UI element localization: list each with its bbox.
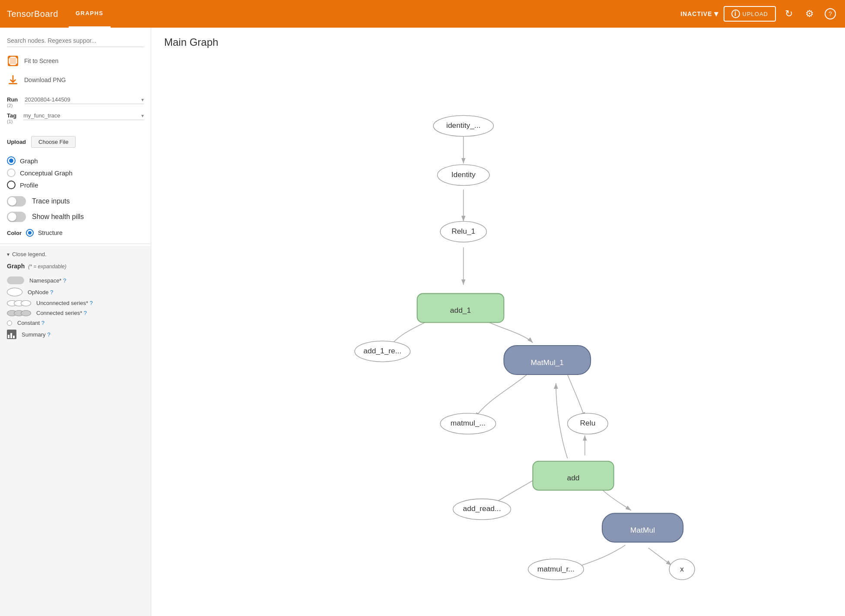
run-count: (2) bbox=[7, 103, 18, 108]
matmul-ellipse-label: matmul_... bbox=[451, 419, 486, 427]
summary-bar-2 bbox=[10, 333, 12, 338]
add1re-label: add_1_re... bbox=[363, 346, 401, 355]
radio-profile[interactable]: Profile bbox=[7, 181, 144, 189]
edge-add-to-matmul1 bbox=[556, 383, 568, 458]
connected-help-link[interactable]: ? bbox=[84, 310, 87, 316]
help-icon: ? bbox=[825, 8, 836, 19]
tag-select[interactable]: my_func_trace bbox=[23, 112, 141, 119]
choose-file-button[interactable]: Choose File bbox=[31, 136, 76, 148]
run-select-wrapper: 20200804-144509 ▾ bbox=[25, 95, 144, 104]
radio-graph-inner bbox=[9, 159, 13, 163]
run-row: Run (2) 20200804-144509 ▾ bbox=[7, 95, 144, 108]
settings-icon: ⚙ bbox=[805, 8, 814, 19]
add1-label: add_1 bbox=[450, 306, 471, 314]
trace-inputs-knob bbox=[8, 197, 16, 206]
upload-section: Upload Choose File bbox=[0, 133, 151, 153]
radio-graph[interactable]: Graph bbox=[7, 156, 144, 165]
legend-close-label: Close legend. bbox=[12, 251, 47, 257]
run-selector[interactable]: INACTIVE ▾ bbox=[680, 9, 718, 19]
header-right: INACTIVE ▾ i UPLOAD ↻ ⚙ ? bbox=[680, 6, 838, 22]
add-label: add bbox=[567, 473, 579, 482]
tag-select-wrapper: my_func_trace ▾ bbox=[23, 111, 144, 120]
edge-matmul-to-x bbox=[648, 548, 672, 565]
run-dropdown-arrow-icon: ▾ bbox=[141, 97, 144, 103]
graph-canvas[interactable]: identity_... Identity Relu_1 add_1 add_1… bbox=[151, 58, 845, 616]
help-button[interactable]: ? bbox=[823, 6, 838, 22]
show-health-pills-label: Show health pills bbox=[32, 213, 84, 221]
run-label-wrapper: Run (2) bbox=[7, 96, 18, 108]
color-section-label: Color bbox=[7, 230, 22, 236]
radio-graph-circle bbox=[7, 156, 16, 165]
opnode-help-link[interactable]: ? bbox=[50, 289, 53, 295]
graph-type-radio-group: Graph Conceptual Graph Profile bbox=[0, 153, 151, 193]
main-layout: Fit to Screen Download PNG Run (2) bbox=[0, 28, 845, 616]
addread-label: add_read... bbox=[463, 504, 501, 513]
connected-ell-3 bbox=[21, 310, 31, 316]
tag-count: (1) bbox=[7, 119, 16, 124]
summary-bar-3 bbox=[13, 336, 15, 338]
legend-items: Namespace* ? OpNode ? bbox=[7, 276, 144, 339]
legend-item-opnode: OpNode ? bbox=[7, 288, 144, 296]
relu1-label: Relu_1 bbox=[451, 227, 475, 235]
legend-item-connected: Connected series* ? bbox=[7, 310, 144, 316]
legend-title-row: Graph (* = expandable) bbox=[7, 263, 144, 273]
connected-shape-icon bbox=[7, 310, 31, 316]
search-input[interactable] bbox=[7, 35, 144, 47]
legend-item-unconnected: Unconnected series* ? bbox=[7, 300, 144, 306]
legend-namespace-label: Namespace* ? bbox=[29, 277, 66, 284]
sidebar-search-section bbox=[0, 28, 151, 47]
tag-dropdown-arrow-icon: ▾ bbox=[141, 113, 144, 119]
download-png-action[interactable]: Download PNG bbox=[7, 71, 144, 89]
fit-to-screen-action[interactable]: Fit to Screen bbox=[7, 52, 144, 70]
tag-label-wrapper: Tag (1) bbox=[7, 112, 16, 124]
radio-conceptual-circle bbox=[7, 168, 16, 177]
run-value: INACTIVE bbox=[680, 10, 712, 17]
download-png-label: Download PNG bbox=[24, 76, 66, 83]
upload-button[interactable]: i UPLOAD bbox=[724, 6, 776, 22]
tag-row: Tag (1) my_func_trace ▾ bbox=[7, 111, 144, 124]
legend-constant-label: Constant ? bbox=[17, 320, 44, 326]
app-logo: TensorBoard bbox=[7, 9, 58, 19]
color-radio-circle[interactable] bbox=[26, 229, 34, 237]
radio-graph-label: Graph bbox=[20, 157, 38, 165]
trace-inputs-toggle[interactable] bbox=[7, 196, 26, 206]
graph-title: Main Graph bbox=[151, 28, 845, 53]
run-select[interactable]: 20200804-144509 bbox=[25, 96, 141, 103]
toggle-section: Trace inputs Show health pills bbox=[0, 193, 151, 225]
edge-matmul1-to-relu bbox=[568, 375, 585, 418]
show-health-pills-toggle[interactable] bbox=[7, 212, 26, 222]
summary-help-link[interactable]: ? bbox=[47, 331, 50, 338]
svg-rect-1 bbox=[10, 57, 16, 64]
matmul-label: MatMul bbox=[630, 526, 655, 534]
legend-summary-label: Summary ? bbox=[22, 331, 50, 338]
legend-item-summary: Summary ? bbox=[7, 330, 144, 339]
unconnected-help-link[interactable]: ? bbox=[90, 300, 93, 306]
namespace-help-link[interactable]: ? bbox=[63, 277, 66, 284]
upload-info-icon: i bbox=[731, 10, 740, 18]
x-label: x bbox=[680, 565, 684, 573]
summary-bar-1 bbox=[8, 335, 10, 338]
legend-toggle[interactable]: ▾ Close legend. bbox=[7, 251, 144, 257]
legend-opnode-label: OpNode ? bbox=[28, 289, 53, 295]
settings-button[interactable]: ⚙ bbox=[802, 6, 817, 22]
constant-shape-icon bbox=[7, 321, 12, 326]
constant-help-link[interactable]: ? bbox=[41, 320, 44, 326]
run-tag-section: Run (2) 20200804-144509 ▾ Tag (1) m bbox=[0, 94, 151, 133]
opnode-shape-icon bbox=[7, 288, 22, 296]
legend-item-constant: Constant ? bbox=[7, 320, 144, 326]
refresh-button[interactable]: ↻ bbox=[781, 6, 797, 22]
legend-expandable-note: (* = expandable) bbox=[28, 264, 66, 270]
legend-item-namespace: Namespace* ? bbox=[7, 276, 144, 284]
fit-to-screen-icon bbox=[7, 55, 19, 67]
radio-profile-circle bbox=[7, 181, 16, 189]
radio-profile-label: Profile bbox=[20, 181, 38, 189]
matmulr-label: matmul_r... bbox=[537, 565, 575, 573]
main-content: Main Graph bbox=[151, 28, 845, 616]
radio-conceptual[interactable]: Conceptual Graph bbox=[7, 168, 144, 177]
identity-op-label: Identity bbox=[451, 170, 476, 179]
nav-graphs[interactable]: GRAPHS bbox=[69, 0, 111, 28]
identity-ellipse-label: identity_... bbox=[446, 121, 480, 130]
unconnected-shape-icon bbox=[7, 300, 31, 306]
header-nav: GRAPHS bbox=[69, 0, 111, 28]
dropdown-arrow-icon: ▾ bbox=[714, 9, 718, 19]
